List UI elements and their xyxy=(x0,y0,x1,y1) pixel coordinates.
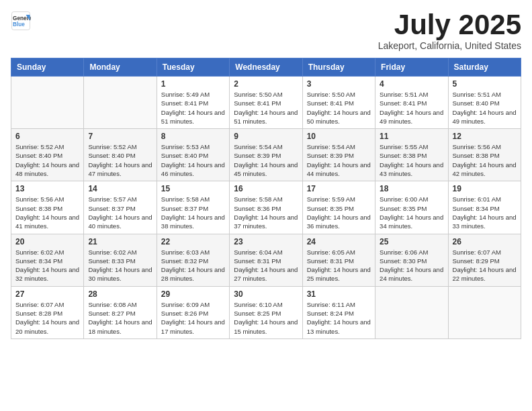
calendar-cell: 14Sunrise: 5:57 AMSunset: 8:37 PMDayligh… xyxy=(84,181,157,234)
weekday-header-monday: Monday xyxy=(84,58,157,77)
weekday-header-thursday: Thursday xyxy=(302,58,375,77)
day-number: 2 xyxy=(234,79,298,89)
day-number: 27 xyxy=(15,289,79,299)
calendar-cell: 26Sunrise: 6:07 AMSunset: 8:29 PMDayligh… xyxy=(448,234,521,286)
day-number: 31 xyxy=(307,289,371,299)
calendar-cell: 12Sunrise: 5:56 AMSunset: 8:38 PMDayligh… xyxy=(448,129,521,181)
calendar-cell: 18Sunrise: 6:00 AMSunset: 8:35 PMDayligh… xyxy=(375,181,448,234)
calendar-cell: 2Sunrise: 5:50 AMSunset: 8:41 PMDaylight… xyxy=(230,77,302,129)
day-number: 28 xyxy=(88,289,152,299)
calendar-cell: 23Sunrise: 6:04 AMSunset: 8:31 PMDayligh… xyxy=(230,234,302,286)
day-number: 29 xyxy=(161,289,225,299)
day-detail: Sunrise: 6:07 AMSunset: 8:29 PMDaylight:… xyxy=(453,248,517,283)
day-detail: Sunrise: 5:55 AMSunset: 8:38 PMDaylight:… xyxy=(380,142,443,178)
calendar-table: SundayMondayTuesdayWednesdayThursdayFrid… xyxy=(11,58,521,339)
day-number: 7 xyxy=(88,132,152,141)
calendar-cell: 7Sunrise: 5:52 AMSunset: 8:40 PMDaylight… xyxy=(84,129,157,181)
day-number: 16 xyxy=(234,184,298,193)
svg-text:Blue: Blue xyxy=(13,21,25,28)
title-block: July 2025 Lakeport, California, United S… xyxy=(378,11,521,51)
calendar-cell: 16Sunrise: 5:58 AMSunset: 8:36 PMDayligh… xyxy=(230,181,302,234)
weekday-header-tuesday: Tuesday xyxy=(157,58,229,77)
day-number: 19 xyxy=(453,184,517,193)
day-number: 10 xyxy=(307,132,371,141)
calendar-cell: 24Sunrise: 6:05 AMSunset: 8:31 PMDayligh… xyxy=(302,234,375,286)
day-detail: Sunrise: 5:58 AMSunset: 8:37 PMDaylight:… xyxy=(161,195,225,230)
month-title: July 2025 xyxy=(378,11,521,39)
calendar-cell: 1Sunrise: 5:49 AMSunset: 8:41 PMDaylight… xyxy=(157,77,229,129)
logo-icon: General Blue xyxy=(11,11,31,31)
day-detail: Sunrise: 6:03 AMSunset: 8:32 PMDaylight:… xyxy=(161,248,225,283)
calendar-cell: 22Sunrise: 6:03 AMSunset: 8:32 PMDayligh… xyxy=(157,234,229,286)
day-number: 12 xyxy=(453,132,517,141)
calendar-cell xyxy=(375,286,448,338)
day-number: 22 xyxy=(161,237,225,246)
calendar-cell: 11Sunrise: 5:55 AMSunset: 8:38 PMDayligh… xyxy=(375,129,448,181)
day-number: 20 xyxy=(15,237,79,246)
day-number: 24 xyxy=(307,237,371,246)
calendar-cell: 29Sunrise: 6:09 AMSunset: 8:26 PMDayligh… xyxy=(157,286,229,338)
calendar-cell: 30Sunrise: 6:10 AMSunset: 8:25 PMDayligh… xyxy=(230,286,302,338)
calendar-cell: 20Sunrise: 6:02 AMSunset: 8:34 PMDayligh… xyxy=(11,234,84,286)
calendar-cell: 15Sunrise: 5:58 AMSunset: 8:37 PMDayligh… xyxy=(157,181,229,234)
day-detail: Sunrise: 5:51 AMSunset: 8:40 PMDaylight:… xyxy=(453,90,517,126)
day-detail: Sunrise: 5:58 AMSunset: 8:36 PMDaylight:… xyxy=(234,195,298,230)
calendar-cell: 9Sunrise: 5:54 AMSunset: 8:39 PMDaylight… xyxy=(230,129,302,181)
calendar-cell: 13Sunrise: 5:56 AMSunset: 8:38 PMDayligh… xyxy=(11,181,84,234)
calendar-cell: 19Sunrise: 6:01 AMSunset: 8:34 PMDayligh… xyxy=(448,181,521,234)
calendar-cell: 31Sunrise: 6:11 AMSunset: 8:24 PMDayligh… xyxy=(302,286,375,338)
day-detail: Sunrise: 5:54 AMSunset: 8:39 PMDaylight:… xyxy=(234,142,298,178)
week-row-5: 27Sunrise: 6:07 AMSunset: 8:28 PMDayligh… xyxy=(11,286,521,338)
day-number: 11 xyxy=(380,132,443,141)
calendar-cell: 3Sunrise: 5:50 AMSunset: 8:41 PMDaylight… xyxy=(302,77,375,129)
day-detail: Sunrise: 6:05 AMSunset: 8:31 PMDaylight:… xyxy=(307,248,371,283)
logo: General Blue xyxy=(11,11,31,31)
week-row-2: 6Sunrise: 5:52 AMSunset: 8:40 PMDaylight… xyxy=(11,129,521,181)
calendar-cell xyxy=(84,77,157,129)
weekday-header-friday: Friday xyxy=(375,58,448,77)
day-detail: Sunrise: 5:52 AMSunset: 8:40 PMDaylight:… xyxy=(88,142,152,178)
day-detail: Sunrise: 5:49 AMSunset: 8:41 PMDaylight:… xyxy=(161,90,225,126)
day-detail: Sunrise: 5:56 AMSunset: 8:38 PMDaylight:… xyxy=(15,195,79,230)
day-number: 17 xyxy=(307,184,371,193)
day-number: 5 xyxy=(453,79,517,89)
calendar-cell: 6Sunrise: 5:52 AMSunset: 8:40 PMDaylight… xyxy=(11,129,84,181)
day-detail: Sunrise: 6:01 AMSunset: 8:34 PMDaylight:… xyxy=(453,195,517,230)
day-detail: Sunrise: 5:51 AMSunset: 8:41 PMDaylight:… xyxy=(380,90,443,126)
day-detail: Sunrise: 5:59 AMSunset: 8:35 PMDaylight:… xyxy=(307,195,371,230)
calendar-cell xyxy=(448,286,521,338)
weekday-header-saturday: Saturday xyxy=(448,58,521,77)
day-detail: Sunrise: 6:02 AMSunset: 8:33 PMDaylight:… xyxy=(88,248,152,283)
day-detail: Sunrise: 6:02 AMSunset: 8:34 PMDaylight:… xyxy=(15,248,79,283)
calendar-cell: 10Sunrise: 5:54 AMSunset: 8:39 PMDayligh… xyxy=(302,129,375,181)
week-row-4: 20Sunrise: 6:02 AMSunset: 8:34 PMDayligh… xyxy=(11,234,521,286)
day-number: 6 xyxy=(15,132,79,141)
calendar-cell: 25Sunrise: 6:06 AMSunset: 8:30 PMDayligh… xyxy=(375,234,448,286)
calendar-cell: 5Sunrise: 5:51 AMSunset: 8:40 PMDaylight… xyxy=(448,77,521,129)
day-detail: Sunrise: 6:04 AMSunset: 8:31 PMDaylight:… xyxy=(234,248,298,283)
week-row-3: 13Sunrise: 5:56 AMSunset: 8:38 PMDayligh… xyxy=(11,181,521,234)
calendar-body: 1Sunrise: 5:49 AMSunset: 8:41 PMDaylight… xyxy=(11,77,521,339)
day-detail: Sunrise: 6:07 AMSunset: 8:28 PMDaylight:… xyxy=(15,300,79,336)
day-detail: Sunrise: 5:50 AMSunset: 8:41 PMDaylight:… xyxy=(234,90,298,126)
day-number: 25 xyxy=(380,237,443,246)
day-detail: Sunrise: 5:50 AMSunset: 8:41 PMDaylight:… xyxy=(307,90,371,126)
calendar-cell: 21Sunrise: 6:02 AMSunset: 8:33 PMDayligh… xyxy=(84,234,157,286)
day-number: 21 xyxy=(88,237,152,246)
day-number: 23 xyxy=(234,237,298,246)
day-number: 30 xyxy=(234,289,298,299)
day-number: 3 xyxy=(307,79,371,89)
day-detail: Sunrise: 5:53 AMSunset: 8:40 PMDaylight:… xyxy=(161,142,225,178)
day-number: 9 xyxy=(234,132,298,141)
day-detail: Sunrise: 6:08 AMSunset: 8:27 PMDaylight:… xyxy=(88,300,152,336)
day-detail: Sunrise: 5:54 AMSunset: 8:39 PMDaylight:… xyxy=(307,142,371,178)
day-number: 1 xyxy=(161,79,225,89)
calendar-cell: 28Sunrise: 6:08 AMSunset: 8:27 PMDayligh… xyxy=(84,286,157,338)
week-row-1: 1Sunrise: 5:49 AMSunset: 8:41 PMDaylight… xyxy=(11,77,521,129)
day-detail: Sunrise: 6:06 AMSunset: 8:30 PMDaylight:… xyxy=(380,248,443,283)
day-detail: Sunrise: 6:10 AMSunset: 8:25 PMDaylight:… xyxy=(234,300,298,336)
day-detail: Sunrise: 5:56 AMSunset: 8:38 PMDaylight:… xyxy=(453,142,517,178)
calendar-cell xyxy=(11,77,84,129)
page-header: General Blue July 2025 Lakeport, Califor… xyxy=(11,11,521,51)
weekday-header-sunday: Sunday xyxy=(11,58,84,77)
